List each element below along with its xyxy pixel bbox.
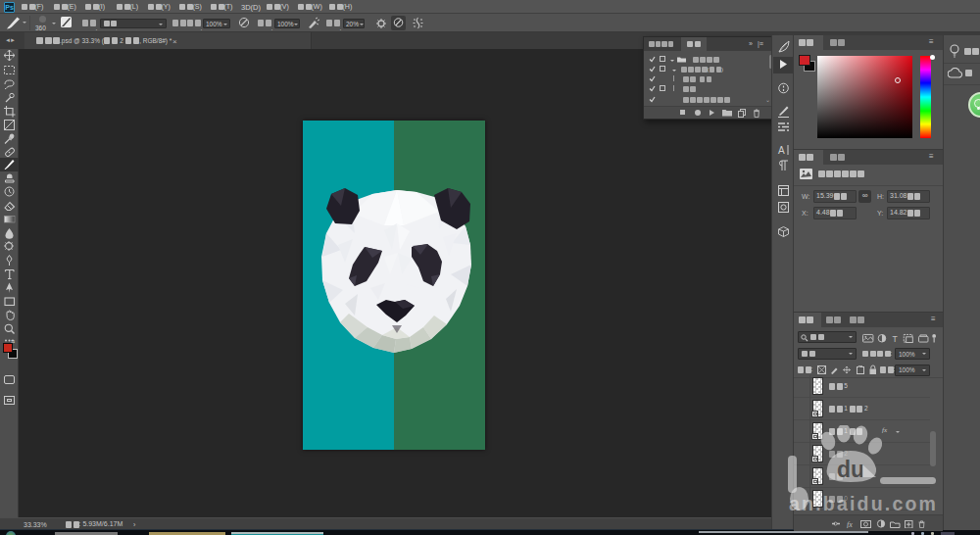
- svg-text:A: A: [778, 145, 785, 156]
- svg-text:du: du: [837, 457, 864, 482]
- svg-text:fx: fx: [847, 520, 853, 529]
- svg-text:T: T: [892, 333, 898, 343]
